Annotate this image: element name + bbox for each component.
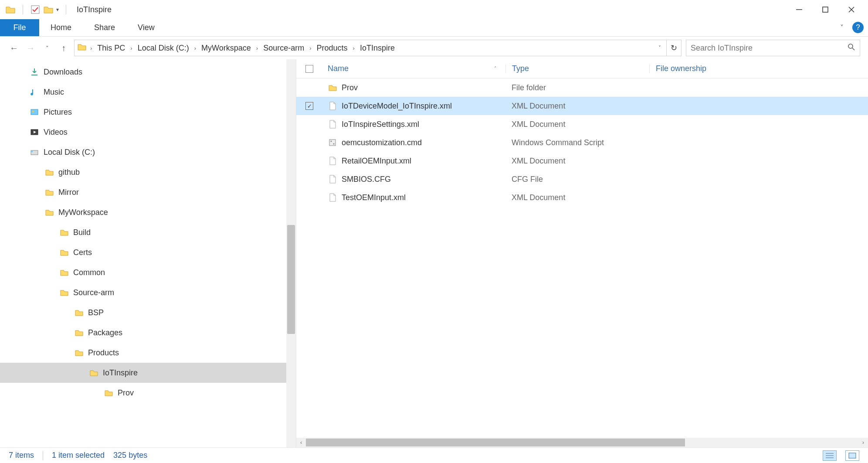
tab-share[interactable]: Share	[83, 19, 126, 36]
scroll-right-icon[interactable]: ›	[858, 438, 868, 447]
breadcrumb[interactable]: IoTInspire	[358, 44, 397, 53]
separator	[23, 5, 23, 14]
chevron-right-icon[interactable]: ›	[351, 45, 356, 51]
file-type: Windows Command Script	[505, 138, 649, 147]
tree-item[interactable]: MyWorkspace	[0, 202, 296, 222]
minimize-button[interactable]	[786, 0, 812, 19]
file-row[interactable]: IoTInspireSettings.xmlXML Document	[296, 115, 868, 133]
up-button[interactable]: ↑	[58, 42, 70, 54]
sort-indicator-icon: ˄	[494, 66, 497, 71]
ribbon: File Home Share View ˅ ?	[0, 19, 868, 37]
tree-item[interactable]: Pictures	[0, 102, 296, 122]
svg-rect-0	[31, 6, 39, 14]
folder-icon	[89, 368, 98, 378]
address-dropdown-icon[interactable]: ˅	[656, 45, 664, 51]
file-row[interactable]: RetailOEMInput.xmlXML Document	[296, 152, 868, 170]
tab-home[interactable]: Home	[39, 19, 83, 36]
column-headers: Name ˄ Type File ownership	[296, 59, 868, 78]
select-all-checkbox[interactable]	[296, 65, 322, 73]
close-button[interactable]	[838, 0, 865, 19]
folder-icon	[77, 42, 87, 54]
svg-rect-19	[849, 453, 856, 458]
breadcrumb[interactable]: Products	[315, 44, 349, 53]
tree-item[interactable]: Music	[0, 82, 296, 102]
file-name: TestOEMInput.xml	[342, 193, 406, 202]
horizontal-scrollbar[interactable]: ‹ ›	[296, 438, 868, 447]
file-row[interactable]: SMBIOS.CFGCFG File	[296, 170, 868, 188]
breadcrumb[interactable]: Local Disk (C:)	[136, 44, 191, 53]
chevron-right-icon[interactable]: ›	[308, 45, 313, 51]
chevron-right-icon[interactable]: ›	[129, 45, 134, 51]
address-bar[interactable]: › This PC › Local Disk (C:) › MyWorkspac…	[74, 40, 667, 56]
file-type: XML Document	[505, 157, 649, 166]
titlebar: ▾ IoTInspire	[0, 0, 868, 19]
maximize-button[interactable]	[812, 0, 838, 19]
ribbon-expand-icon[interactable]: ˅	[834, 19, 850, 36]
refresh-button[interactable]: ↻	[667, 40, 682, 56]
tree-item[interactable]: Local Disk (C:)	[0, 142, 296, 162]
search-input[interactable]	[691, 44, 848, 53]
tree-item[interactable]: Certs	[0, 242, 296, 262]
back-button[interactable]: ←	[8, 42, 20, 54]
thumbnail-view-button[interactable]	[845, 450, 859, 461]
column-type[interactable]: Type	[505, 64, 649, 73]
breadcrumb[interactable]: Source-arm	[261, 44, 306, 53]
tab-view[interactable]: View	[126, 19, 166, 36]
file-list: ProvFile folder✓IoTDeviceModel_IoTInspir…	[296, 78, 868, 438]
chevron-right-icon[interactable]: ›	[193, 45, 198, 51]
tree-item[interactable]: Downloads	[0, 62, 296, 82]
tab-file[interactable]: File	[0, 19, 39, 36]
tree-item[interactable]: Mirror	[0, 182, 296, 202]
download-icon	[30, 67, 39, 77]
file-row[interactable]: TestOEMInput.xmlXML Document	[296, 188, 868, 207]
properties-icon[interactable]	[30, 4, 41, 15]
scroll-left-icon[interactable]: ‹	[296, 438, 306, 447]
pictures-icon	[30, 107, 39, 117]
help-button[interactable]: ?	[852, 22, 864, 33]
file-row[interactable]: ✓IoTDeviceModel_IoTInspire.xmlXML Docume…	[296, 97, 868, 115]
search-box[interactable]	[686, 40, 860, 56]
breadcrumb[interactable]: This PC	[95, 44, 127, 53]
file-row[interactable]: oemcustomization.cmdWindows Command Scri…	[296, 133, 868, 152]
file-name: IoTDeviceModel_IoTInspire.xml	[342, 102, 452, 111]
tree-item[interactable]: Products	[0, 343, 296, 363]
tree-item[interactable]: Prov	[0, 383, 296, 403]
recent-dropdown-icon[interactable]: ˅	[41, 42, 53, 54]
separator	[66, 5, 66, 14]
tree-item[interactable]: IoTInspire	[0, 363, 296, 383]
file-icon	[328, 102, 337, 110]
tree-item[interactable]: Videos	[0, 122, 296, 142]
folder-icon	[104, 388, 113, 398]
tree-item[interactable]: Source-arm	[0, 283, 296, 303]
tree-item[interactable]: BSP	[0, 303, 296, 323]
tree-item-label: Prov	[118, 388, 134, 398]
chevron-right-icon[interactable]: ›	[254, 45, 260, 51]
file-type: XML Document	[505, 120, 649, 129]
folder-icon	[5, 4, 16, 15]
tree-item[interactable]: Build	[0, 222, 296, 242]
forward-button[interactable]: →	[24, 42, 37, 54]
details-view-button[interactable]	[823, 450, 837, 461]
tree-item[interactable]: github	[0, 162, 296, 182]
chevron-right-icon[interactable]: ›	[88, 45, 94, 51]
tree-item-label: BSP	[88, 308, 104, 317]
nav-scrollbar[interactable]	[286, 59, 296, 447]
search-icon[interactable]	[848, 43, 855, 53]
folder-icon-small[interactable]	[43, 4, 54, 15]
column-file-ownership[interactable]: File ownership	[649, 64, 868, 73]
breadcrumb[interactable]: MyWorkspace	[200, 44, 253, 53]
file-name: RetailOEMInput.xml	[342, 157, 411, 166]
file-type: XML Document	[505, 193, 649, 202]
column-name[interactable]: Name ˄	[322, 64, 505, 73]
row-checkbox[interactable]: ✓	[305, 102, 313, 110]
tree-item[interactable]: Common	[0, 262, 296, 283]
tree-item[interactable]: Packages	[0, 323, 296, 343]
folder-icon	[44, 167, 54, 177]
tree-item-label: Build	[73, 228, 91, 237]
qat-dropdown-icon[interactable]: ▾	[56, 7, 59, 13]
status-item-count: 7 items	[9, 451, 34, 460]
file-row[interactable]: ProvFile folder	[296, 78, 868, 97]
tree-item-label: github	[58, 168, 80, 177]
file-type: CFG File	[505, 175, 649, 184]
file-name: SMBIOS.CFG	[342, 175, 391, 184]
